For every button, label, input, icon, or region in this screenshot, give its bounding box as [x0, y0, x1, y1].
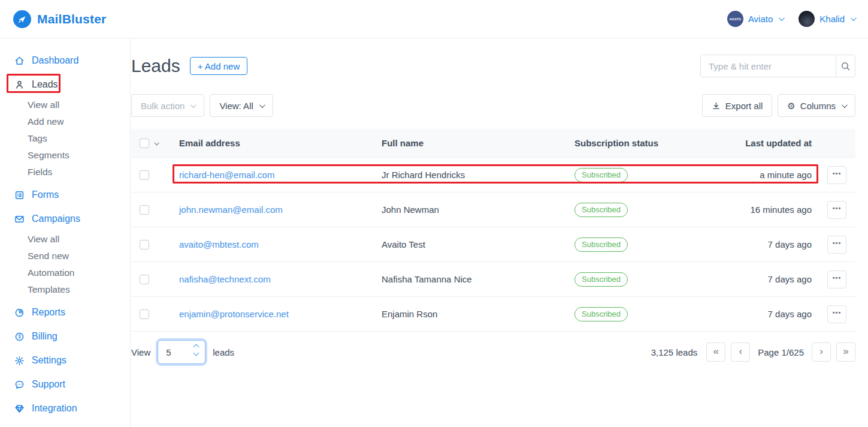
sidebar-item-campaigns-view-all[interactable]: View all — [0, 231, 130, 248]
columns-button[interactable]: ⚙ Columns — [778, 94, 855, 117]
status-badge: Subscribed — [574, 168, 628, 182]
column-header-email: Email address — [168, 138, 371, 148]
row-more-button[interactable]: ••• — [827, 201, 846, 219]
account-name: Aviato — [748, 14, 773, 24]
status-badge: Subscribed — [574, 307, 628, 321]
envelope-icon — [14, 214, 25, 224]
last-page-button[interactable]: » — [836, 342, 855, 362]
table-row: nafisha@technext.com Nafisha Tamanna Nic… — [131, 261, 855, 296]
main-content: Leads + Add new Bulk action View: All — [131, 38, 868, 427]
lead-name: Enjamin Rson — [371, 309, 564, 319]
sidebar-item-reports[interactable]: Reports — [0, 300, 130, 324]
lead-email-link[interactable]: avaito@mbtest.com — [179, 239, 259, 249]
leads-table: Email address Full name Subscription sta… — [131, 129, 855, 332]
user-name: Khalid — [819, 14, 845, 24]
user-menu[interactable]: Khalid — [799, 11, 855, 27]
sidebar-item-integration[interactable]: Integration — [0, 396, 130, 420]
chevron-down-icon — [259, 102, 265, 108]
form-icon — [14, 190, 25, 200]
sidebar-item-settings[interactable]: Settings — [0, 348, 130, 372]
column-header-updated: Last updated at — [697, 138, 822, 148]
user-avatar — [799, 11, 815, 27]
add-new-button[interactable]: + Add new — [190, 57, 247, 75]
lead-updated: a minute ago — [697, 170, 822, 180]
row-checkbox[interactable] — [140, 170, 149, 180]
row-more-button[interactable]: ••• — [827, 270, 846, 288]
sidebar-item-leads-add-new[interactable]: Add new — [0, 113, 130, 130]
sidebar: Dashboard Leads View all Add new Tags Se… — [0, 38, 131, 427]
row-checkbox[interactable] — [140, 240, 149, 249]
sidebar-item-fields[interactable]: Fields — [0, 164, 130, 181]
lead-email-link[interactable]: enjamin@protonservice.net — [179, 309, 289, 319]
status-badge: Subscribed — [574, 203, 628, 217]
next-page-button[interactable]: › — [812, 342, 831, 362]
sidebar-item-leads-view-all[interactable]: View all — [0, 97, 130, 113]
lead-email-link[interactable]: nafisha@technext.com — [179, 274, 271, 284]
gear-icon — [14, 356, 25, 366]
brand[interactable]: MailBluster — [13, 10, 106, 28]
chevron-up-icon — [193, 344, 199, 350]
sidebar-item-automation[interactable]: Automation — [0, 264, 130, 281]
sidebar-item-segments[interactable]: Segments — [0, 147, 130, 164]
sidebar-item-templates[interactable]: Templates — [0, 281, 130, 298]
stepper-arrows[interactable] — [194, 345, 198, 355]
row-checkbox[interactable] — [140, 309, 149, 319]
row-checkbox[interactable] — [140, 275, 149, 284]
table-header-row: Email address Full name Subscription sta… — [131, 129, 855, 157]
top-navbar: MailBluster AVIATO Aviato Khalid — [0, 0, 868, 38]
sidebar-item-support[interactable]: Support — [0, 372, 130, 396]
lead-email-link[interactable]: richard-hen@email.com — [179, 170, 274, 180]
search-input[interactable] — [701, 55, 836, 77]
row-more-button[interactable]: ••• — [827, 236, 846, 254]
lead-updated: 16 minutes ago — [697, 205, 822, 215]
column-header-name: Full name — [371, 138, 564, 148]
dollar-circle-icon: $ — [14, 332, 25, 342]
sidebar-item-leads[interactable]: Leads — [0, 73, 130, 97]
lead-name: Avaito Test — [371, 239, 564, 249]
search-icon — [840, 61, 851, 71]
sidebar-item-billing[interactable]: $ Billing — [0, 324, 130, 348]
search-button[interactable] — [836, 55, 855, 77]
chevron-down-icon — [193, 350, 199, 356]
chevron-down-icon — [851, 15, 857, 21]
view-filter-button[interactable]: View: All — [210, 94, 273, 117]
sidebar-item-send-new[interactable]: Send new — [0, 248, 130, 264]
total-leads-count: 3,125 leads — [651, 347, 698, 357]
sidebar-item-campaigns[interactable]: Campaigns — [0, 207, 130, 231]
sidebar-item-forms[interactable]: Forms — [0, 183, 130, 207]
select-all-checkbox[interactable] — [140, 139, 149, 148]
gear-icon: ⚙ — [787, 101, 795, 110]
gem-icon — [14, 404, 25, 414]
lead-updated: 7 days ago — [697, 274, 822, 284]
prev-page-button[interactable]: ‹ — [731, 342, 750, 362]
chevron-down-icon — [779, 15, 785, 21]
sidebar-item-tags[interactable]: Tags — [0, 130, 130, 147]
download-icon — [712, 101, 721, 110]
sidebar-item-dashboard[interactable]: Dashboard — [0, 49, 130, 73]
first-page-button[interactable]: « — [706, 342, 725, 362]
row-more-button[interactable]: ••• — [827, 305, 846, 323]
row-checkbox[interactable] — [140, 205, 149, 215]
lead-name: John Newman — [371, 205, 564, 215]
table-row: avaito@mbtest.com Avaito Test Subscribed… — [131, 227, 855, 261]
table-row: richard-hen@email.com Jr Richard Hendric… — [131, 157, 855, 192]
page-title: Leads — [131, 56, 180, 76]
view-label: View — [131, 347, 150, 357]
page-indicator: Page 1/625 — [758, 347, 804, 357]
bulk-action-button[interactable]: Bulk action — [131, 94, 204, 117]
table-row: john.newman@email.com John Newman Subscr… — [131, 192, 855, 227]
select-menu-chevron-icon[interactable] — [154, 140, 159, 145]
export-all-button[interactable]: Export all — [702, 94, 773, 117]
lead-name: Nafisha Tamanna Nice — [371, 274, 564, 284]
search-box — [700, 55, 855, 77]
account-switcher[interactable]: AVIATO Aviato — [727, 11, 783, 27]
chevron-down-icon — [190, 102, 196, 108]
status-badge: Subscribed — [574, 272, 628, 287]
pie-chart-icon — [14, 308, 25, 318]
row-more-button[interactable]: ••• — [827, 166, 846, 184]
lead-email-link[interactable]: john.newman@email.com — [179, 205, 283, 215]
chevron-down-icon — [842, 102, 848, 108]
account-avatar: AVIATO — [727, 11, 743, 27]
lead-name: Jr Richard Hendricks — [371, 170, 564, 180]
lead-updated: 7 days ago — [697, 239, 822, 249]
